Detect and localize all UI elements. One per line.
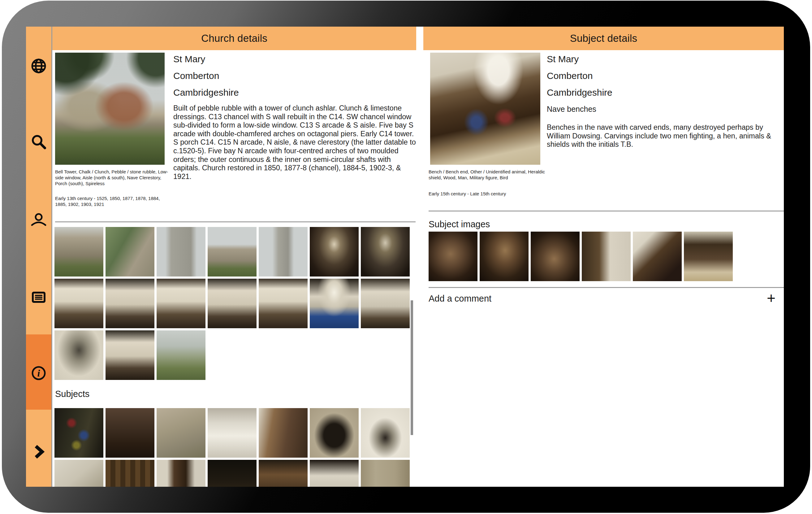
church-main-photo[interactable]: [55, 53, 165, 165]
subjects-heading: Subjects: [55, 389, 89, 399]
photo-thumbnail[interactable]: [582, 232, 631, 281]
subject-images-row: [429, 232, 733, 281]
photo-thumbnail[interactable]: [156, 227, 205, 276]
photo-thumbnail[interactable]: [310, 460, 359, 487]
photo-thumbnail[interactable]: [310, 408, 359, 458]
church-panel-scrollbar[interactable]: [411, 300, 413, 435]
subject-village: Comberton: [547, 71, 592, 81]
comment-divider: [429, 287, 784, 288]
church-name: St Mary: [173, 54, 205, 64]
person-icon[interactable]: [30, 211, 47, 228]
subject-images-divider: [429, 211, 784, 212]
document-icon[interactable]: [30, 289, 47, 306]
church-panel-title: Church details: [201, 32, 267, 44]
add-comment-plus-icon[interactable]: +: [762, 289, 780, 307]
photo-thumbnail[interactable]: [156, 460, 205, 487]
photo-thumbnail[interactable]: [310, 279, 359, 328]
subject-name: Nave benches: [547, 105, 596, 114]
photo-thumbnail[interactable]: [156, 408, 205, 458]
photo-thumbnail[interactable]: [106, 330, 154, 380]
sidebar-divider: [51, 27, 52, 487]
church-gallery-row: [55, 279, 410, 328]
photo-thumbnail[interactable]: [106, 460, 154, 487]
photo-thumbnail[interactable]: [55, 460, 104, 487]
subject-church-name: St Mary: [547, 54, 579, 64]
photo-thumbnail[interactable]: [310, 227, 359, 276]
photo-thumbnail[interactable]: [361, 460, 410, 487]
subject-tags: Bench / Bench end, Other / Unidentified …: [429, 169, 546, 181]
subject-panel-header: Subject details: [423, 27, 784, 50]
photo-thumbnail[interactable]: [208, 460, 257, 487]
photo-thumbnail[interactable]: [480, 232, 528, 281]
photo-thumbnail[interactable]: [156, 330, 205, 380]
photo-thumbnail[interactable]: [208, 279, 257, 328]
church-dates: Early 13th century - 1525, 1850, 1877, 1…: [55, 195, 170, 207]
church-gallery-divider: [55, 221, 415, 222]
church-gallery-row: [55, 330, 205, 380]
church-features: Bell Tower, Chalk / Clunch, Pebble / sto…: [55, 169, 170, 186]
info-icon[interactable]: i: [30, 364, 47, 382]
photo-thumbnail[interactable]: [259, 408, 308, 458]
subject-period: Early 15th century - Late 15th century: [429, 191, 546, 197]
subject-panel-title: Subject details: [570, 32, 637, 44]
subject-county: Cambridgeshire: [547, 87, 612, 98]
photo-thumbnail[interactable]: [429, 232, 477, 281]
church-description: Built of pebble rubble with a tower of c…: [173, 104, 419, 181]
subjects-gallery-row: [55, 408, 410, 458]
photo-thumbnail[interactable]: [106, 227, 154, 276]
photo-thumbnail[interactable]: [208, 227, 257, 276]
photo-thumbnail[interactable]: [106, 408, 154, 458]
app-screen: i Church details Subject details St Mary…: [26, 27, 784, 487]
photo-thumbnail[interactable]: [55, 227, 104, 276]
photo-thumbnail[interactable]: [259, 460, 308, 487]
church-gallery-row: [55, 227, 410, 276]
chevron-right-icon[interactable]: [30, 443, 47, 460]
svg-text:i: i: [37, 368, 40, 379]
subjects-gallery-row: [55, 460, 410, 487]
subject-main-photo[interactable]: [430, 53, 540, 165]
sidebar: i: [26, 27, 51, 487]
photo-thumbnail[interactable]: [208, 408, 257, 458]
church-county: Cambridgeshire: [173, 87, 239, 98]
add-comment-label[interactable]: Add a comment: [429, 294, 491, 304]
photo-thumbnail[interactable]: [684, 232, 733, 281]
search-icon[interactable]: [30, 133, 47, 151]
photo-thumbnail[interactable]: [106, 279, 154, 328]
photo-thumbnail[interactable]: [259, 279, 308, 328]
subject-images-heading: Subject images: [429, 219, 490, 229]
photo-thumbnail[interactable]: [361, 279, 410, 328]
globe-icon[interactable]: [30, 57, 47, 75]
tablet-frame: i Church details Subject details St Mary…: [2, 1, 810, 513]
photo-thumbnail[interactable]: [531, 232, 580, 281]
photo-thumbnail[interactable]: [55, 279, 104, 328]
photo-thumbnail[interactable]: [633, 232, 682, 281]
photo-thumbnail[interactable]: [259, 227, 308, 276]
subject-description: Benches in the nave with carved ends, ma…: [547, 123, 784, 149]
photo-thumbnail[interactable]: [361, 227, 410, 276]
photo-thumbnail[interactable]: [55, 408, 104, 458]
church-panel-header: Church details: [52, 27, 416, 50]
photo-thumbnail[interactable]: [55, 330, 104, 380]
church-village: Comberton: [173, 71, 219, 81]
photo-thumbnail[interactable]: [361, 408, 410, 458]
photo-thumbnail[interactable]: [156, 279, 205, 328]
